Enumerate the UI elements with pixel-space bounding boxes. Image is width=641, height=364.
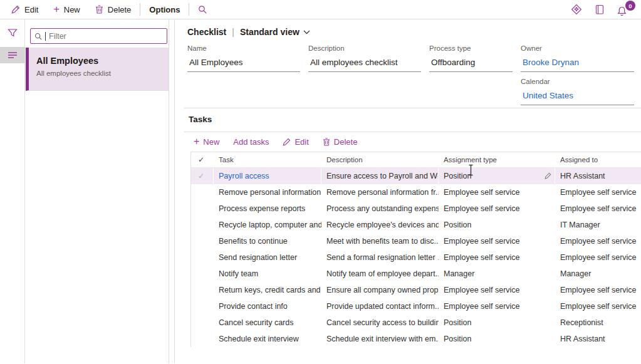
task-cell[interactable]: Benefits to continue [214,233,321,249]
assigned-to-cell[interactable]: Employee self service [555,298,641,315]
list-item-all-employees[interactable]: All Employees All employees checklist [26,48,169,91]
trash-icon [323,138,330,146]
assignment-type-cell[interactable]: Employee self service [439,200,555,217]
table-row[interactable]: Send resignation letterSend a formal res… [191,249,641,266]
task-cell[interactable]: Provide contact info [214,298,321,315]
assigned-to-cell[interactable]: Receptionist [555,315,641,331]
name-input[interactable]: All Employees [187,52,300,72]
filter-funnel-button[interactable] [0,23,25,43]
table-row[interactable]: Schedule exit interviewSchedule exit int… [191,331,641,347]
row-select-check-icon[interactable] [191,249,214,266]
owner-link[interactable]: Brooke Drynan [521,52,634,72]
tasks-new-button[interactable]: + New [194,137,219,147]
description-cell[interactable]: Provide updated contact inform... [321,298,439,315]
table-row[interactable]: ✓Payroll accessEnsure access to Payroll … [191,168,641,184]
task-cell[interactable]: Return keys, credit cards and co... [214,282,321,298]
process-type-input[interactable]: Offboarding [429,52,513,72]
assigned-to-cell[interactable]: Employee self service [555,249,641,266]
assignment-type-cell[interactable]: Position [439,331,555,347]
search-button[interactable] [190,0,214,19]
tasks-delete-button[interactable]: Delete [323,137,358,147]
view-selector[interactable]: Standard view [240,27,300,37]
row-select-check-icon[interactable] [191,298,214,315]
task-cell[interactable]: Send resignation letter [214,249,321,266]
options-button[interactable]: Options [142,0,187,19]
description-cell[interactable]: Meet with benefits team to disc... [321,233,439,249]
delete-button[interactable]: Delete [88,0,139,19]
assigned-to-cell[interactable]: Employee self service [555,282,641,298]
cell-edit-pencil-icon[interactable] [545,172,551,179]
assigned-to-cell[interactable]: HR Assistant [555,168,641,184]
tasks-add-tasks-button[interactable]: Add tasks [233,137,269,147]
book-icon[interactable] [595,4,605,15]
description-cell[interactable]: Ensure access to Payroll and W-... [321,168,439,184]
table-row[interactable]: Benefits to continueMeet with benefits t… [191,233,641,249]
chevron-down-icon[interactable] [303,30,310,34]
diamond-icon[interactable] [571,4,582,15]
bell-icon[interactable]: 0 [617,2,631,17]
table-row[interactable]: Provide contact infoProvide updated cont… [191,298,641,315]
description-cell[interactable]: Remove personal information fr... [321,184,439,200]
row-select-check-icon[interactable]: ✓ [191,168,214,184]
assigned-to-cell[interactable]: Employee self service [555,200,641,217]
assignment-type-cell[interactable]: Manager [439,266,555,282]
description-cell[interactable]: Notify team of employee depart... [321,266,439,282]
checklist-list-panel: All Employees All employees checklist [25,19,169,363]
row-select-check-icon[interactable] [191,200,214,217]
description-cell-text: Ensure all company owned prop... [326,286,439,294]
row-select-check-icon[interactable] [191,266,214,282]
column-header-description[interactable]: Description [321,152,439,167]
assigned-to-cell[interactable]: Manager [555,266,641,282]
calendar-link[interactable]: United States [521,85,634,105]
table-row[interactable]: Remove personal informationRemove person… [191,184,641,200]
description-input[interactable]: All employees checklist [308,52,421,72]
assignment-type-cell[interactable]: Position [439,217,555,233]
task-cell[interactable]: Cancel security cards [214,315,321,331]
row-select-check-icon[interactable] [191,217,214,233]
filter-search-box[interactable] [30,28,167,44]
task-cell[interactable]: Schedule exit interview [214,331,321,347]
assignment-type-cell[interactable]: Employee self service [439,184,555,200]
row-select-check-icon[interactable] [191,184,214,200]
table-row[interactable]: Process expense reportsProcess any outst… [191,200,641,217]
row-select-check-icon[interactable] [191,315,214,331]
task-cell[interactable]: Recycle laptop, computer and c... [214,217,321,233]
table-row[interactable]: Notify teamNotify team of employee depar… [191,266,641,282]
filter-input[interactable] [49,32,163,41]
table-row[interactable]: Cancel security cardsCancel security acc… [191,315,641,331]
tasks-edit-button[interactable]: Edit [283,137,308,147]
row-select-check-icon[interactable] [191,233,214,249]
description-cell[interactable]: Send a formal resignation letter ... [321,249,439,266]
description-cell[interactable]: Schedule exit interview with em... [321,331,439,347]
description-cell[interactable]: Process any outstanding expens... [321,200,439,217]
assignment-type-cell[interactable]: Position [439,315,555,331]
assigned-to-cell[interactable]: Employee self service [555,233,641,249]
description-cell[interactable]: Cancel security access to buildin... [321,315,439,331]
new-button[interactable]: + New [46,0,87,19]
assignment-type-cell[interactable]: Employee self service [439,282,555,298]
assigned-to-cell[interactable]: IT Manager [555,217,641,233]
row-select-check-icon[interactable] [191,331,214,347]
process-type-label: Process type [429,44,513,52]
table-row[interactable]: Recycle laptop, computer and c...Recycle… [191,217,641,233]
list-view-button[interactable] [0,47,25,63]
row-select-check-icon[interactable] [191,282,214,298]
assigned-to-cell[interactable]: HR Assistant [555,331,641,347]
task-cell[interactable]: Payroll access [214,168,321,184]
table-row[interactable]: Return keys, credit cards and co...Ensur… [191,282,641,298]
edit-button[interactable]: Edit [4,0,46,19]
description-cell[interactable]: Ensure all company owned prop... [321,282,439,298]
task-cell[interactable]: Process expense reports [214,200,321,217]
assigned-to-cell[interactable]: Employee self service [555,184,641,200]
assignment-type-cell[interactable]: Employee self service [439,233,555,249]
column-header-assignment-type[interactable]: Assignment type [439,152,555,167]
assignment-type-cell[interactable]: Employee self service [439,298,555,315]
task-cell[interactable]: Notify team [214,266,321,282]
select-all-check-icon[interactable]: ✓ [191,152,214,167]
assignment-type-cell[interactable]: Employee self service [439,249,555,266]
description-cell[interactable]: Recycle employee's devices and ... [321,217,439,233]
task-cell[interactable]: Remove personal information [214,184,321,200]
assignment-type-cell[interactable]: Position [439,168,555,184]
column-header-assigned-to[interactable]: Assigned to [555,152,641,167]
column-header-task[interactable]: Task [214,152,321,167]
